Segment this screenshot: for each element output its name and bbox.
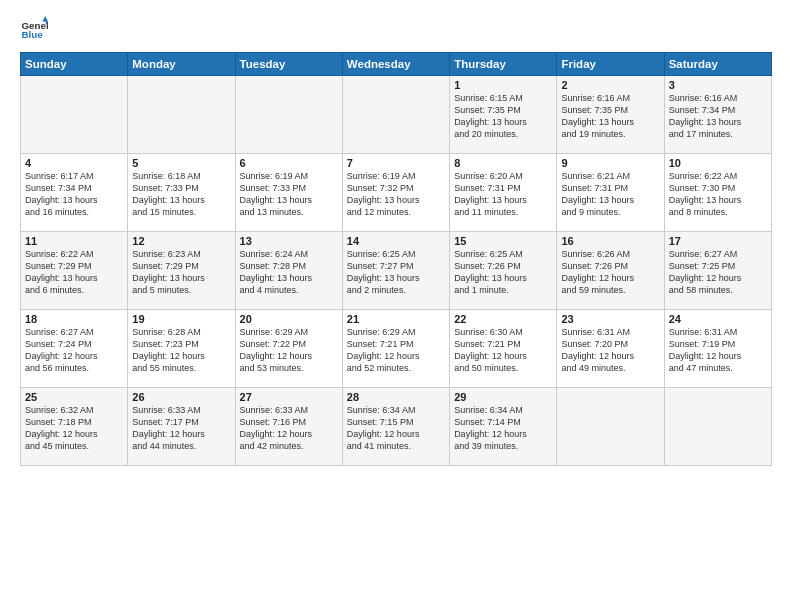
calendar-cell: 15Sunrise: 6:25 AM Sunset: 7:26 PM Dayli… xyxy=(450,232,557,310)
day-info: Sunrise: 6:16 AM Sunset: 7:35 PM Dayligh… xyxy=(561,92,659,141)
calendar-cell: 19Sunrise: 6:28 AM Sunset: 7:23 PM Dayli… xyxy=(128,310,235,388)
day-number: 6 xyxy=(240,157,338,169)
day-info: Sunrise: 6:17 AM Sunset: 7:34 PM Dayligh… xyxy=(25,170,123,219)
calendar-cell: 4Sunrise: 6:17 AM Sunset: 7:34 PM Daylig… xyxy=(21,154,128,232)
day-info: Sunrise: 6:15 AM Sunset: 7:35 PM Dayligh… xyxy=(454,92,552,141)
day-info: Sunrise: 6:33 AM Sunset: 7:16 PM Dayligh… xyxy=(240,404,338,453)
day-number: 14 xyxy=(347,235,445,247)
day-of-week-header: Sunday xyxy=(21,53,128,76)
day-number: 25 xyxy=(25,391,123,403)
calendar-body: 1Sunrise: 6:15 AM Sunset: 7:35 PM Daylig… xyxy=(21,76,772,466)
day-info: Sunrise: 6:20 AM Sunset: 7:31 PM Dayligh… xyxy=(454,170,552,219)
day-of-week-header: Tuesday xyxy=(235,53,342,76)
day-of-week-header: Saturday xyxy=(664,53,771,76)
calendar-cell xyxy=(664,388,771,466)
day-number: 15 xyxy=(454,235,552,247)
day-info: Sunrise: 6:30 AM Sunset: 7:21 PM Dayligh… xyxy=(454,326,552,375)
day-number: 23 xyxy=(561,313,659,325)
calendar-cell: 3Sunrise: 6:16 AM Sunset: 7:34 PM Daylig… xyxy=(664,76,771,154)
day-number: 26 xyxy=(132,391,230,403)
calendar-cell: 23Sunrise: 6:31 AM Sunset: 7:20 PM Dayli… xyxy=(557,310,664,388)
day-info: Sunrise: 6:19 AM Sunset: 7:32 PM Dayligh… xyxy=(347,170,445,219)
day-number: 7 xyxy=(347,157,445,169)
day-info: Sunrise: 6:32 AM Sunset: 7:18 PM Dayligh… xyxy=(25,404,123,453)
day-number: 20 xyxy=(240,313,338,325)
calendar-header: SundayMondayTuesdayWednesdayThursdayFrid… xyxy=(21,53,772,76)
day-number: 8 xyxy=(454,157,552,169)
calendar-cell: 20Sunrise: 6:29 AM Sunset: 7:22 PM Dayli… xyxy=(235,310,342,388)
day-info: Sunrise: 6:29 AM Sunset: 7:22 PM Dayligh… xyxy=(240,326,338,375)
calendar-cell: 13Sunrise: 6:24 AM Sunset: 7:28 PM Dayli… xyxy=(235,232,342,310)
calendar-cell: 29Sunrise: 6:34 AM Sunset: 7:14 PM Dayli… xyxy=(450,388,557,466)
calendar-cell: 11Sunrise: 6:22 AM Sunset: 7:29 PM Dayli… xyxy=(21,232,128,310)
calendar-table: SundayMondayTuesdayWednesdayThursdayFrid… xyxy=(20,52,772,466)
calendar-cell: 14Sunrise: 6:25 AM Sunset: 7:27 PM Dayli… xyxy=(342,232,449,310)
day-number: 10 xyxy=(669,157,767,169)
calendar-cell: 10Sunrise: 6:22 AM Sunset: 7:30 PM Dayli… xyxy=(664,154,771,232)
day-info: Sunrise: 6:25 AM Sunset: 7:26 PM Dayligh… xyxy=(454,248,552,297)
calendar-week-row: 18Sunrise: 6:27 AM Sunset: 7:24 PM Dayli… xyxy=(21,310,772,388)
day-info: Sunrise: 6:21 AM Sunset: 7:31 PM Dayligh… xyxy=(561,170,659,219)
svg-marker-2 xyxy=(42,16,48,22)
day-number: 1 xyxy=(454,79,552,91)
day-of-week-header: Wednesday xyxy=(342,53,449,76)
calendar-cell: 7Sunrise: 6:19 AM Sunset: 7:32 PM Daylig… xyxy=(342,154,449,232)
day-number: 13 xyxy=(240,235,338,247)
day-of-week-header: Monday xyxy=(128,53,235,76)
day-number: 17 xyxy=(669,235,767,247)
day-info: Sunrise: 6:33 AM Sunset: 7:17 PM Dayligh… xyxy=(132,404,230,453)
calendar-cell xyxy=(342,76,449,154)
calendar-cell: 5Sunrise: 6:18 AM Sunset: 7:33 PM Daylig… xyxy=(128,154,235,232)
day-info: Sunrise: 6:16 AM Sunset: 7:34 PM Dayligh… xyxy=(669,92,767,141)
day-info: Sunrise: 6:31 AM Sunset: 7:19 PM Dayligh… xyxy=(669,326,767,375)
calendar-cell xyxy=(21,76,128,154)
logo-icon: General Blue xyxy=(20,16,48,44)
day-number: 2 xyxy=(561,79,659,91)
day-info: Sunrise: 6:19 AM Sunset: 7:33 PM Dayligh… xyxy=(240,170,338,219)
calendar-week-row: 11Sunrise: 6:22 AM Sunset: 7:29 PM Dayli… xyxy=(21,232,772,310)
calendar-cell: 8Sunrise: 6:20 AM Sunset: 7:31 PM Daylig… xyxy=(450,154,557,232)
calendar-week-row: 4Sunrise: 6:17 AM Sunset: 7:34 PM Daylig… xyxy=(21,154,772,232)
calendar-cell: 17Sunrise: 6:27 AM Sunset: 7:25 PM Dayli… xyxy=(664,232,771,310)
logo: General Blue xyxy=(20,16,52,44)
calendar-cell: 12Sunrise: 6:23 AM Sunset: 7:29 PM Dayli… xyxy=(128,232,235,310)
day-number: 3 xyxy=(669,79,767,91)
calendar-cell: 27Sunrise: 6:33 AM Sunset: 7:16 PM Dayli… xyxy=(235,388,342,466)
day-number: 27 xyxy=(240,391,338,403)
day-info: Sunrise: 6:29 AM Sunset: 7:21 PM Dayligh… xyxy=(347,326,445,375)
day-info: Sunrise: 6:28 AM Sunset: 7:23 PM Dayligh… xyxy=(132,326,230,375)
day-number: 22 xyxy=(454,313,552,325)
day-info: Sunrise: 6:27 AM Sunset: 7:25 PM Dayligh… xyxy=(669,248,767,297)
day-info: Sunrise: 6:25 AM Sunset: 7:27 PM Dayligh… xyxy=(347,248,445,297)
header: General Blue xyxy=(20,16,772,44)
calendar-cell: 24Sunrise: 6:31 AM Sunset: 7:19 PM Dayli… xyxy=(664,310,771,388)
calendar-cell: 6Sunrise: 6:19 AM Sunset: 7:33 PM Daylig… xyxy=(235,154,342,232)
calendar-cell: 28Sunrise: 6:34 AM Sunset: 7:15 PM Dayli… xyxy=(342,388,449,466)
calendar-cell xyxy=(557,388,664,466)
day-number: 19 xyxy=(132,313,230,325)
day-info: Sunrise: 6:31 AM Sunset: 7:20 PM Dayligh… xyxy=(561,326,659,375)
calendar-cell: 21Sunrise: 6:29 AM Sunset: 7:21 PM Dayli… xyxy=(342,310,449,388)
day-number: 16 xyxy=(561,235,659,247)
day-info: Sunrise: 6:22 AM Sunset: 7:30 PM Dayligh… xyxy=(669,170,767,219)
day-info: Sunrise: 6:18 AM Sunset: 7:33 PM Dayligh… xyxy=(132,170,230,219)
day-info: Sunrise: 6:22 AM Sunset: 7:29 PM Dayligh… xyxy=(25,248,123,297)
calendar-cell: 25Sunrise: 6:32 AM Sunset: 7:18 PM Dayli… xyxy=(21,388,128,466)
calendar-week-row: 1Sunrise: 6:15 AM Sunset: 7:35 PM Daylig… xyxy=(21,76,772,154)
calendar-cell: 22Sunrise: 6:30 AM Sunset: 7:21 PM Dayli… xyxy=(450,310,557,388)
calendar-cell: 18Sunrise: 6:27 AM Sunset: 7:24 PM Dayli… xyxy=(21,310,128,388)
day-number: 18 xyxy=(25,313,123,325)
calendar-cell: 1Sunrise: 6:15 AM Sunset: 7:35 PM Daylig… xyxy=(450,76,557,154)
day-info: Sunrise: 6:34 AM Sunset: 7:15 PM Dayligh… xyxy=(347,404,445,453)
day-of-week-header: Friday xyxy=(557,53,664,76)
day-info: Sunrise: 6:26 AM Sunset: 7:26 PM Dayligh… xyxy=(561,248,659,297)
day-number: 29 xyxy=(454,391,552,403)
calendar-cell: 9Sunrise: 6:21 AM Sunset: 7:31 PM Daylig… xyxy=(557,154,664,232)
day-number: 5 xyxy=(132,157,230,169)
day-info: Sunrise: 6:24 AM Sunset: 7:28 PM Dayligh… xyxy=(240,248,338,297)
calendar-cell: 2Sunrise: 6:16 AM Sunset: 7:35 PM Daylig… xyxy=(557,76,664,154)
day-number: 4 xyxy=(25,157,123,169)
header-row: SundayMondayTuesdayWednesdayThursdayFrid… xyxy=(21,53,772,76)
calendar-cell xyxy=(128,76,235,154)
day-number: 28 xyxy=(347,391,445,403)
